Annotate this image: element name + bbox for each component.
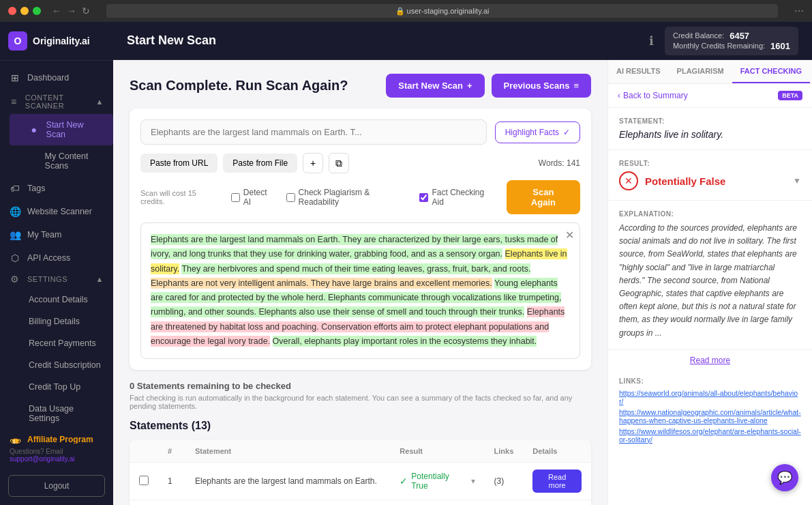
browser-icons: ⋯ (794, 5, 804, 16)
statements-table: # Statement Result Links Details 1 Eleph… (130, 440, 591, 505)
table-row[interactable]: 2 They are characterized by their large … (130, 500, 591, 506)
maximize-btn[interactable] (33, 7, 41, 15)
scan-again-button[interactable]: Scan Again (507, 180, 580, 214)
sidebar-item-credit-subscription[interactable]: Credit Subscription (10, 354, 113, 376)
sidebar-item-recent-payments[interactable]: Recent Payments (10, 332, 113, 354)
sidebar-item-start-new-scan[interactable]: ● Start New Scan (10, 114, 113, 145)
monthly-credits-value: 1601 (770, 41, 790, 51)
browser-url[interactable]: 🔒 user-staging.originality.ai (106, 4, 778, 18)
check-plagiarism-input[interactable] (286, 193, 295, 202)
row-details[interactable]: Read more (523, 463, 591, 500)
detect-ai-checkbox[interactable]: Detect AI (231, 188, 275, 207)
sidebar-label-billing-details: Billing Details (29, 317, 80, 326)
sidebar-sub-settings: Account Details Billing Details Recent P… (0, 289, 113, 429)
table-row[interactable]: 1 Elephants are the largest land mammals… (130, 463, 591, 500)
sidebar-item-credit-top-up[interactable]: Credit Top Up (10, 376, 113, 398)
panel-result-section: RESULT: ✕ Potentially False ▼ (608, 150, 812, 201)
info-icon[interactable]: ℹ (649, 33, 654, 48)
support-email-link[interactable]: support@originality.ai (10, 455, 75, 463)
row-checkbox[interactable] (139, 476, 149, 485)
link-1[interactable]: https://seaworld.org/animals/all-about/e… (619, 389, 801, 405)
paste-file-button[interactable]: Paste from File (223, 154, 297, 173)
close-btn[interactable] (8, 7, 16, 15)
hl-sentence-1: Elephants are the largest land mammals o… (151, 234, 558, 259)
chat-bubble[interactable]: 💬 (771, 464, 798, 491)
sidebar-item-dashboard[interactable]: ⊞ Dashboard (0, 66, 113, 89)
scan-text-input[interactable] (140, 119, 487, 145)
credit-box: Credit Balance: 6457 Monthly Credits Rem… (665, 27, 798, 55)
statements-remaining: 0 Statements remaining to be checked (130, 381, 591, 391)
sidebar-item-website-scanner[interactable]: 🌐 Website Scanner (0, 200, 113, 223)
statements-title: Statements (13) (130, 420, 591, 432)
minimize-btn[interactable] (20, 7, 29, 15)
list-icon: ≡ (573, 81, 579, 91)
copy-icon-button[interactable]: ⧉ (329, 153, 349, 173)
text-close-button[interactable]: ✕ (565, 229, 574, 242)
chevron-up-icon: ▲ (96, 98, 104, 106)
sidebar-label-content-scanner: Content Scanner (25, 93, 89, 110)
affiliate-label: Affiliate Program (27, 435, 93, 444)
sidebar-label-credit-top-up: Credit Top Up (29, 382, 80, 392)
sidebar-header: O Originality.ai (0, 22, 113, 61)
sidebar-item-api-access[interactable]: ⬡ API Access (0, 246, 113, 270)
link-2[interactable]: https://www.nationalgeographic.com/anima… (619, 408, 801, 424)
result-badge[interactable]: ✓ Potentially True ▾ (400, 472, 475, 491)
col-checkbox (130, 440, 158, 463)
header-title: Start New Scan (127, 33, 216, 48)
sidebar: O Originality.ai ⊞ Dashboard ≡ Content S… (0, 22, 113, 505)
expand-result-icon[interactable]: ▼ (793, 176, 801, 186)
row-details[interactable]: Read more (523, 500, 591, 506)
detect-ai-label: Detect AI (243, 188, 275, 207)
check-plagiarism-label: Check Plagiarism & Readability (299, 188, 409, 207)
row-num: 1 (158, 463, 185, 500)
read-more-link[interactable]: Read more (608, 350, 812, 371)
row-checkbox-cell[interactable] (130, 500, 158, 506)
tab-plagiarism[interactable]: PLAGIARISM (669, 60, 732, 83)
col-links: Links (485, 440, 524, 463)
detect-ai-input[interactable] (231, 193, 240, 202)
content-scanner-icon: ≡ (10, 96, 18, 107)
row-num: 2 (158, 500, 185, 506)
sidebar-item-billing-details[interactable]: Billing Details (10, 311, 113, 332)
result-label: RESULT: (619, 160, 801, 167)
sidebar-item-settings[interactable]: ⚙ Settings ▲ (0, 270, 113, 289)
result-display: ✕ Potentially False ▼ (619, 171, 801, 190)
read-more-button[interactable]: Read more (532, 470, 582, 493)
sidebar-item-affiliate[interactable]: 🏆 Affiliate Program earn 25% forever (0, 429, 113, 444)
sidebar-item-my-content-scans[interactable]: My Content Scans (10, 145, 113, 177)
previous-scans-button[interactable]: Previous Scans ≡ (492, 74, 591, 98)
affiliate-icon: 🏆 (10, 438, 20, 444)
panel-back[interactable]: ‹ Back to Summary BETA (608, 84, 812, 108)
add-icon-button[interactable]: + (303, 153, 323, 173)
sidebar-item-data-usage[interactable]: Data Usage Settings (10, 398, 113, 429)
scan-top: Highlight Facts ✓ (140, 119, 580, 145)
tab-fact-checking[interactable]: FACT CHECKING (732, 60, 810, 83)
link-3[interactable]: https://www.wildlifesos.org/elephant/are… (619, 427, 801, 444)
tab-ai-results[interactable]: AI RESULTS (608, 60, 669, 83)
statement-label: STATEMENT: (619, 117, 801, 125)
right-panel: AI RESULTS PLAGIARISM FACT CHECKING READ… (607, 60, 812, 505)
paste-url-button[interactable]: Paste from URL (140, 154, 217, 173)
check-plagiarism-checkbox[interactable]: Check Plagiarism & Readability (286, 188, 409, 207)
start-new-scan-button[interactable]: Start New Scan + (386, 74, 484, 98)
fact-checking-input[interactable] (419, 193, 428, 202)
sidebar-item-my-team[interactable]: 👥 My Team (0, 223, 113, 246)
highlight-facts-button[interactable]: Highlight Facts ✓ (495, 121, 580, 143)
row-checkbox-cell[interactable] (130, 463, 158, 500)
url-text: user-staging.originality.ai (407, 7, 490, 15)
beta-badge: BETA (778, 91, 802, 100)
explanation-label: EXPLANATION: (619, 210, 801, 218)
fact-checking-checkbox[interactable]: Fact Checking Aid (419, 188, 495, 207)
start-scan-icon: ● (29, 124, 40, 135)
sidebar-item-account-details[interactable]: Account Details (10, 289, 113, 311)
sidebar-item-content-scanner[interactable]: ≡ Content Scanner ▲ (0, 89, 113, 114)
explanation-text: According to the sources provided, eleph… (619, 222, 801, 340)
sidebar-sub-content: ● Start New Scan My Content Scans (0, 114, 113, 177)
back-icon[interactable]: ← (52, 5, 61, 16)
col-num: # (158, 440, 185, 463)
forward-icon[interactable]: → (67, 5, 76, 16)
logout-button[interactable]: Logout (8, 475, 105, 497)
refresh-icon[interactable]: ↻ (82, 5, 90, 16)
sidebar-item-tags[interactable]: 🏷 Tags (0, 177, 113, 200)
result-chevron-icon[interactable]: ▾ (471, 476, 475, 486)
